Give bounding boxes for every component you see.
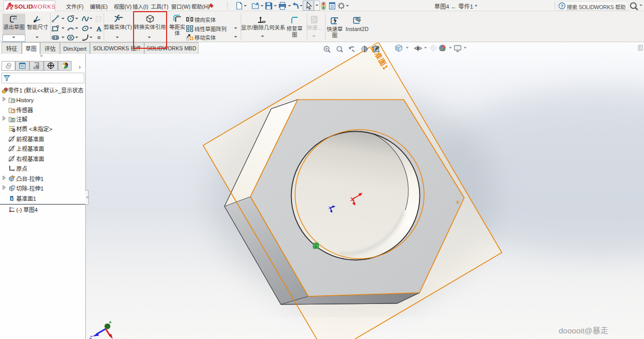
svg-text:A: A (11, 117, 14, 122)
svg-text:A: A (96, 25, 102, 33)
svg-text:WORKS: WORKS (32, 4, 55, 10)
svg-text:?: ? (561, 2, 564, 9)
svg-text:Z: Z (89, 334, 92, 339)
svg-text:SOLID: SOLID (14, 4, 33, 10)
